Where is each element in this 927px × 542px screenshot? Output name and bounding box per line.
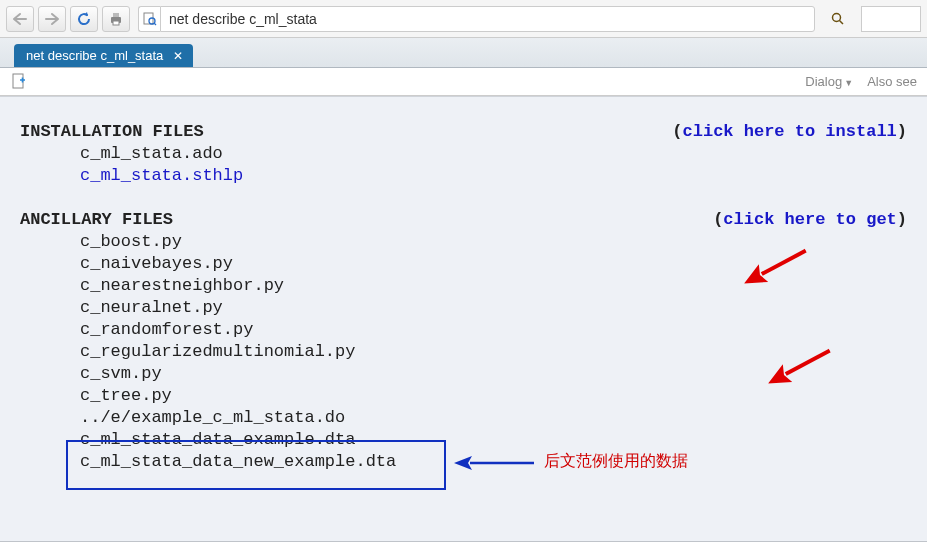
search-icon[interactable] — [825, 6, 851, 32]
address-bar — [138, 6, 815, 32]
section-ancillary-title: ANCILLARY FILES — [20, 209, 173, 231]
install-file-ado: c_ml_stata.ado — [20, 143, 907, 165]
back-button[interactable] — [6, 6, 34, 32]
section-installation-title: INSTALLATION FILES — [20, 121, 204, 143]
address-input[interactable] — [160, 6, 815, 32]
annotation-text: 后文范例使用的数据 — [544, 450, 688, 472]
install-link[interactable]: click here to install — [683, 122, 897, 141]
anc-file: c_randomforest.py — [20, 319, 907, 341]
svg-point-6 — [833, 13, 841, 21]
svg-rect-8 — [13, 74, 23, 88]
viewer-content: INSTALLATION FILES (click here to instal… — [0, 96, 927, 542]
tab-net-describe[interactable]: net describe c_ml_stata ✕ — [14, 44, 193, 67]
also-see-menu[interactable]: Also see — [867, 74, 917, 89]
new-doc-icon[interactable] — [10, 73, 28, 91]
anc-file: c_ml_stata_data_example.dta — [20, 429, 907, 451]
anc-file: c_boost.py — [20, 231, 907, 253]
svg-rect-2 — [113, 21, 119, 25]
get-link-wrap: (click here to get) — [713, 209, 907, 231]
svg-line-7 — [840, 20, 844, 24]
tab-bar: net describe c_ml_stata ✕ — [0, 38, 927, 68]
svg-line-5 — [154, 23, 156, 25]
dialog-menu[interactable]: Dialog▼ — [805, 74, 853, 89]
anc-file: ../e/example_c_ml_stata.do — [20, 407, 907, 429]
tab-title: net describe c_ml_stata — [26, 48, 163, 63]
forward-button[interactable] — [38, 6, 66, 32]
find-icon — [138, 6, 160, 32]
anc-file: c_neuralnet.py — [20, 297, 907, 319]
search-input[interactable] — [861, 6, 921, 32]
toolbar — [0, 0, 927, 38]
get-link[interactable]: click here to get — [723, 210, 896, 229]
print-button[interactable] — [102, 6, 130, 32]
install-file-sthlp[interactable]: c_ml_stata.sthlp — [20, 165, 907, 187]
sub-toolbar: Dialog▼ Also see — [0, 68, 927, 96]
close-icon[interactable]: ✕ — [171, 49, 185, 63]
svg-rect-1 — [113, 13, 119, 17]
arrow-blue-icon — [454, 453, 534, 473]
anc-file: c_regularizedmultinomial.py — [20, 341, 907, 363]
install-link-wrap: (click here to install) — [672, 121, 907, 143]
refresh-button[interactable] — [70, 6, 98, 32]
